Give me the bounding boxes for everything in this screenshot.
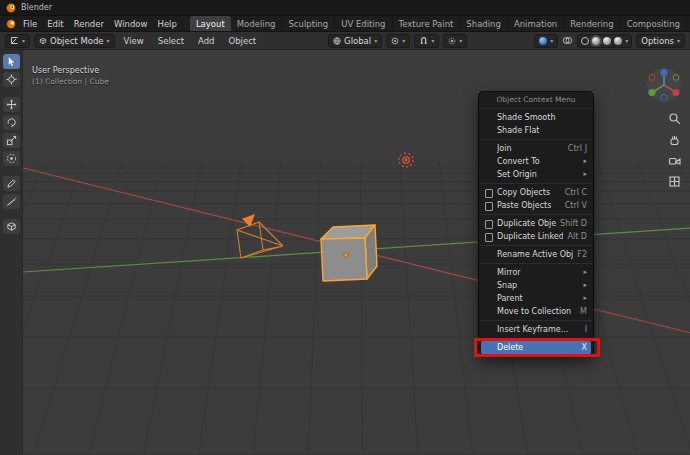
chevron-down-icon: ▾ [107,38,110,44]
move-tool[interactable] [3,97,20,112]
viewport-header: ▾ Object Mode ▾ View Select Add Object G… [0,32,690,50]
menu-file[interactable]: File [18,19,42,29]
gizmo-y-axis[interactable] [648,89,655,96]
menu-separator [480,338,592,339]
context-menu-item-join[interactable]: Join Ctrl J [481,142,591,155]
workspace-tab-animation[interactable]: Animation [508,16,564,31]
blender-window: Blender File Edit Render Window Help Lay… [0,0,690,455]
cube-object[interactable] [321,225,377,281]
tool-shelf [0,50,23,455]
pivot-point-button[interactable]: ▾ [386,34,410,48]
annotate-tool[interactable] [3,176,20,191]
shading-material-icon[interactable] [603,37,611,45]
menu-view[interactable]: View [119,36,149,46]
context-menu-item-set-origin[interactable]: Set Origin ▸ [481,168,591,181]
context-menu-item-move-to-collection[interactable]: Move to Collection M [481,305,591,318]
workspace-tab-uv-editing[interactable]: UV Editing [335,16,392,31]
chevron-down-icon: ▾ [374,38,377,44]
object-origin-dot [344,253,348,257]
add-cube-tool[interactable] [3,219,20,234]
orientation-label: Global [344,36,371,46]
pan-hand-icon[interactable] [668,133,681,146]
menu-edit[interactable]: Edit [42,19,68,29]
menu-separator [480,183,592,184]
shading-wireframe-icon[interactable] [581,37,589,45]
context-menu-item-duplicate-linked[interactable]: Duplicate Linked Alt D [481,230,591,243]
chevron-down-icon: ▾ [402,38,405,44]
context-menu-item-insert-keyframe[interactable]: Insert Keyframe... I [481,323,591,336]
orthographic-toggle-icon[interactable] [668,175,681,188]
menu-render[interactable]: Render [69,19,109,29]
options-label: Options [641,36,674,46]
context-menu-item-convert-to[interactable]: Convert To ▸ [481,155,591,168]
main-area: User Perspective (1) Collection | Cube [0,50,690,455]
workspace-tab-texture-paint[interactable]: Texture Paint [393,16,461,31]
menu-separator [480,320,592,321]
menu-separator [480,214,592,215]
context-menu-item-delete[interactable]: Delete X [481,341,591,354]
shading-solid-icon[interactable] [592,37,600,45]
workspace-tab-sculpting[interactable]: Sculpting [282,16,335,31]
globe-icon [333,37,341,45]
proportional-editing-button[interactable]: ▾ [443,34,467,48]
chevron-down-icon: ▾ [431,38,434,44]
magnet-icon [419,36,428,45]
duplicate-linked-icon [485,233,493,242]
context-menu-item-rename-active-object[interactable]: Rename Active Object... F2 [481,248,591,261]
view-perspective-label: User Perspective [32,66,99,75]
context-menu-title: Object Context Menu [479,94,593,106]
context-menu-item-duplicate-objects[interactable]: Duplicate Objects Shift D [481,217,591,230]
navigation-gizmo[interactable] [645,66,683,104]
blender-logo-icon [6,3,16,13]
gizmo-z-axis[interactable] [660,69,667,76]
workspace-tab-modeling[interactable]: Modeling [231,16,283,31]
light-object[interactable] [399,153,413,167]
mode-label: Object Mode [50,36,104,46]
workspace-tabs: Layout Modeling Sculpting UV Editing Tex… [190,16,690,31]
context-menu-item-mirror[interactable]: Mirror ▸ [481,266,591,279]
editor-type-button[interactable]: ▾ [5,34,30,48]
object-mode-icon [39,37,47,45]
mode-selector[interactable]: Object Mode ▾ [34,34,115,48]
shading-rendered-icon[interactable] [614,37,622,45]
workspace-tab-compositing[interactable]: Compositing [621,16,687,31]
view-object-types-button[interactable]: ▾ [534,34,558,48]
workspace-tab-layout[interactable]: Layout [190,16,231,31]
context-menu-item-shade-smooth[interactable]: Shade Smooth [481,111,591,124]
menu-help[interactable]: Help [152,19,181,29]
rotate-tool[interactable] [3,115,20,130]
context-menu-item-parent[interactable]: Parent ▸ [481,292,591,305]
menu-object[interactable]: Object [223,36,261,46]
zoom-icon[interactable] [668,112,681,125]
visibility-icon [539,37,547,45]
camera-view-icon[interactable] [668,154,681,167]
menu-add[interactable]: Add [193,36,219,46]
workspace-tab-shading[interactable]: Shading [460,16,508,31]
context-menu-item-shade-flat[interactable]: Shade Flat [481,124,591,137]
context-menu-item-copy-objects[interactable]: Copy Objects Ctrl C [481,186,591,199]
gizmo-x-axis[interactable] [672,89,679,96]
copy-icon [485,189,493,198]
submenu-arrow-icon: ▸ [583,279,587,292]
menu-select[interactable]: Select [153,36,189,46]
collection-breadcrumb: (1) Collection | Cube [32,77,109,86]
camera-object[interactable] [237,215,283,258]
chevron-down-icon: ▾ [550,38,553,44]
overlays-icon[interactable] [562,36,573,45]
cursor-tool[interactable] [3,72,20,87]
viewport-3d[interactable]: User Perspective (1) Collection | Cube [23,50,690,455]
workspace-tab-rendering[interactable]: Rendering [564,16,620,31]
menu-window[interactable]: Window [109,19,153,29]
transform-tool[interactable] [3,151,20,166]
app-menu-icon[interactable] [6,19,16,29]
measure-tool[interactable] [3,194,20,209]
context-menu-item-paste-objects[interactable]: Paste Objects Ctrl V [481,199,591,212]
select-box-tool[interactable] [3,54,20,69]
context-menu-item-snap[interactable]: Snap ▸ [481,279,591,292]
submenu-arrow-icon: ▸ [583,292,587,305]
options-button[interactable]: Options ▾ [636,34,685,48]
scale-tool[interactable] [3,133,20,148]
transform-orientation-button[interactable]: Global ▾ [328,34,382,48]
viewport-shading-group: ▾ [577,34,632,48]
snap-toggle-button[interactable]: ▾ [414,34,439,48]
